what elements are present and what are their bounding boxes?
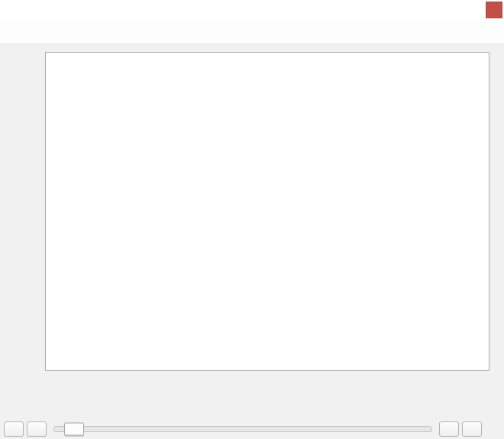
status-readout (7, 404, 47, 415)
titlebar (0, 0, 504, 20)
first-ping-button[interactable] (4, 421, 24, 437)
toolbar (0, 20, 504, 44)
plot-frame (45, 52, 489, 371)
swath-editor-window (0, 0, 504, 439)
next-ping-button[interactable] (439, 421, 459, 437)
swath-plot-canvas[interactable] (46, 53, 489, 370)
ping-slider-thumb[interactable] (64, 423, 84, 436)
previous-ping-button[interactable] (27, 421, 47, 437)
ping-navigation-bar (0, 420, 504, 438)
plot-area (0, 44, 504, 439)
ping-slider-track[interactable] (53, 426, 432, 432)
last-ping-button[interactable] (462, 421, 482, 437)
close-button[interactable] (486, 2, 502, 18)
